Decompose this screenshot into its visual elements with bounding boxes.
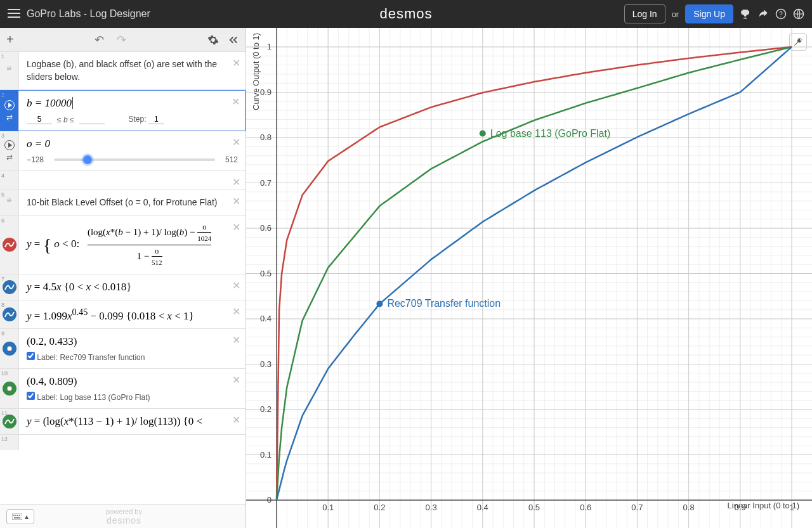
graph-panel[interactable]: Curve Output (0 to 1) Linear Input (0 to…	[246, 28, 812, 528]
svg-text:0.6: 0.6	[260, 223, 272, 233]
delete-icon[interactable]: ✕	[232, 176, 240, 188]
loop-icon[interactable]: ⇄	[6, 153, 13, 162]
svg-text:0.3: 0.3	[260, 359, 272, 369]
collapse-panel-icon[interactable]	[228, 34, 239, 46]
slider-thumb[interactable]	[83, 155, 92, 164]
svg-text:0.8: 0.8	[683, 503, 695, 512]
delete-icon[interactable]: ✕	[232, 195, 240, 207]
svg-text:1: 1	[789, 503, 794, 512]
share-icon[interactable]	[757, 8, 769, 20]
delete-icon[interactable]: ✕	[232, 374, 240, 386]
play-icon[interactable]	[4, 100, 15, 110]
expression-point[interactable]: 9 (0.2, 0.433) Label: Rec709 Transfer fu…	[0, 329, 246, 369]
svg-rect-10	[19, 515, 20, 516]
point-icon[interactable]	[3, 342, 16, 356]
svg-text:?: ?	[779, 10, 783, 18]
project-title[interactable]: GoPro Labs - Log Designer	[27, 8, 150, 20]
svg-text:0: 0	[267, 495, 272, 505]
b-value[interactable]: b = 10000	[27, 97, 237, 110]
expression-eq[interactable]: 6 y = { o < 0: (log(x*(b − 1) + 1)/ log(…	[0, 216, 246, 274]
help-icon[interactable]: ?	[775, 8, 787, 20]
expression-b-slider[interactable]: 2⇄ b = 10000 ≤ b ≤ Step: ✕	[0, 90, 246, 131]
expression-note[interactable]: 1❝ Logbase (b), and black offset (o) are…	[0, 52, 246, 90]
signup-button[interactable]: Sign Up	[685, 4, 733, 23]
b-min-input[interactable]	[27, 115, 52, 124]
curve-icon[interactable]	[3, 415, 16, 428]
delete-icon[interactable]: ✕	[232, 96, 240, 108]
expression-eq[interactable]: 7 y = 4.5x {0 < x < 0.018} ✕	[0, 274, 246, 300]
keyboard-toggle[interactable]: ▴	[6, 509, 34, 524]
globe-icon[interactable]	[793, 8, 804, 20]
svg-text:0.2: 0.2	[374, 503, 385, 512]
svg-text:1: 1	[267, 42, 272, 51]
svg-text:0.5: 0.5	[260, 269, 272, 278]
settings-icon[interactable]	[207, 34, 219, 46]
expression-eq[interactable]: 8 y = 1.099x0.45 − 0.099 {0.018 < x < 1}…	[0, 300, 246, 330]
svg-rect-8	[15, 515, 16, 516]
point-icon[interactable]	[3, 382, 16, 396]
svg-rect-1	[8, 13, 20, 14]
label-text[interactable]: Log base 113 (GoPro Flat)	[60, 393, 150, 402]
o-slider-track[interactable]	[54, 158, 215, 161]
svg-text:0.9: 0.9	[260, 87, 272, 97]
delete-icon[interactable]: ✕	[232, 136, 240, 148]
delete-icon[interactable]: ✕	[232, 414, 240, 426]
equation: y = { o < 0: (log(x*(b − 1) + 1)/ log(b)…	[19, 216, 246, 274]
label-checkbox[interactable]	[27, 352, 35, 360]
expression-toolbar: + ↶ ↷	[0, 28, 246, 52]
svg-text:0.1: 0.1	[260, 450, 272, 460]
svg-text:0.7: 0.7	[631, 503, 643, 512]
desmos-logo[interactable]: desmos	[379, 6, 432, 22]
expression-empty[interactable]: 4 ✕	[0, 171, 246, 190]
svg-rect-11	[14, 517, 20, 518]
undo-button[interactable]: ↶	[95, 33, 104, 47]
svg-rect-6	[12, 513, 22, 520]
svg-point-159	[376, 300, 383, 307]
equation: y = (log(x*(113 − 1) + 1)/ log(113)) {0 …	[19, 409, 246, 434]
svg-text:0.5: 0.5	[528, 503, 540, 512]
svg-rect-2	[8, 16, 20, 18]
login-button[interactable]: Log In	[624, 4, 665, 23]
redo-button[interactable]: ↷	[117, 33, 126, 47]
loop-icon[interactable]: ⇄	[6, 113, 13, 122]
point-coords: (0.4, 0.809)	[27, 375, 238, 388]
svg-text:0.8: 0.8	[260, 132, 272, 142]
expression-panel: + ↶ ↷ 1❝ Logbase (b), and black offset (…	[0, 28, 246, 528]
svg-rect-0	[8, 9, 20, 10]
b-step-input[interactable]	[148, 115, 164, 124]
plot-svg[interactable]: 00.10.10.20.20.30.30.40.40.50.50.60.60.7…	[246, 28, 812, 528]
point-coords: (0.2, 0.433)	[27, 335, 238, 348]
expression-note[interactable]: 5❝ 10-bit Black Level Offset (o = 0, for…	[0, 190, 246, 216]
trophy-icon[interactable]	[740, 8, 751, 20]
note-text: Logbase (b), and black offset (o) are se…	[19, 52, 246, 89]
b-max-input[interactable]	[79, 115, 105, 124]
expression-eq[interactable]: 11 y = (log(x*(113 − 1) + 1)/ log(113)) …	[0, 409, 246, 435]
svg-text:0.7: 0.7	[260, 178, 272, 188]
expression-o-slider[interactable]: 3⇄ o = 0 −128 512 ✕	[0, 131, 246, 171]
label-text[interactable]: Rec709 Transfer function	[60, 353, 145, 362]
label-checkbox[interactable]	[27, 392, 35, 400]
expression-empty[interactable]: 12	[0, 435, 246, 450]
svg-point-161	[480, 131, 486, 137]
delete-icon[interactable]: ✕	[232, 221, 240, 233]
svg-text:0.3: 0.3	[426, 503, 437, 512]
curve-icon[interactable]	[3, 238, 16, 252]
svg-text:0.4: 0.4	[477, 503, 488, 512]
delete-icon[interactable]: ✕	[232, 280, 240, 292]
play-icon[interactable]	[4, 140, 15, 150]
delete-icon[interactable]: ✕	[232, 306, 240, 318]
delete-icon[interactable]: ✕	[232, 334, 240, 346]
note-text: 10-bit Black Level Offset (o = 0, for Pr…	[19, 190, 246, 216]
curve-icon[interactable]	[3, 280, 16, 294]
equation: y = 1.099x0.45 − 0.099 {0.018 < x < 1}	[19, 300, 246, 329]
svg-rect-7	[13, 515, 15, 516]
svg-text:0.9: 0.9	[735, 503, 746, 512]
curve-icon[interactable]	[3, 307, 16, 321]
svg-rect-9	[17, 515, 18, 516]
hamburger-icon[interactable]	[8, 7, 20, 22]
add-expression-button[interactable]: +	[6, 32, 14, 47]
expression-point[interactable]: 10 (0.4, 0.809) Label: Log base 113 (GoP…	[0, 369, 246, 409]
delete-icon[interactable]: ✕	[232, 57, 240, 69]
app-header: GoPro Labs - Log Designer desmos Log In …	[0, 0, 812, 28]
quote-icon: ❝	[6, 65, 12, 77]
